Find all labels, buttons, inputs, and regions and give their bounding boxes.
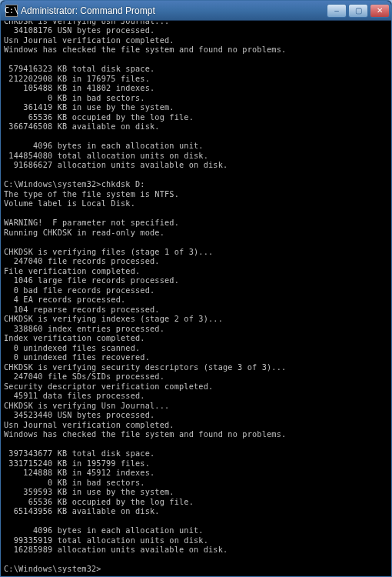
console-line: Windows has checked the file system and …	[4, 430, 391, 440]
console-line: 99335919 total allocation units on disk.	[4, 536, 391, 546]
console-line: 331715240 KB in 195799 files.	[4, 459, 391, 469]
console-line: 4 EA records processed.	[4, 295, 391, 305]
console-line	[4, 517, 391, 527]
console-line: Security descriptor verification complet…	[4, 382, 391, 392]
console-line: Windows has checked the file system and …	[4, 45, 391, 55]
console-line: Running CHKDSK in read-only mode.	[4, 228, 391, 238]
console-line: Index verification completed.	[4, 334, 391, 344]
console-line	[4, 440, 391, 450]
console-line: CHKDSK is verifying Usn Journal...	[4, 21, 391, 26]
maximize-button[interactable]: ▢	[348, 4, 368, 18]
console-line	[4, 209, 391, 219]
console-line: CHKDSK is verifying security descriptors…	[4, 363, 391, 373]
console-line: 0 unindexed files recovered.	[4, 353, 391, 363]
console-line: 338860 index entries processed.	[4, 325, 391, 335]
minimize-button[interactable]: –	[327, 4, 347, 18]
console-line: 91686627 allocation units available on d…	[4, 161, 391, 171]
console-line	[4, 238, 391, 248]
console-output-area[interactable]: Volume label is Vista. WARNING! F parame…	[1, 21, 391, 576]
console-line	[4, 55, 391, 65]
console-line: 65536 KB occupied by the log file.	[4, 498, 391, 508]
console-line: 34108176 USN bytes processed.	[4, 26, 391, 36]
console-line: 359593 KB in use by the system.	[4, 488, 391, 498]
console-line	[4, 171, 391, 181]
console-line: 247040 file SDs/SIDs processed.	[4, 372, 391, 382]
console-line: 247040 file records processed.	[4, 257, 391, 267]
console-line: 0 bad file records processed.	[4, 286, 391, 296]
console-line: 144854080 total allocation units on disk…	[4, 152, 391, 162]
console-line: WARNING! F parameter not specified.	[4, 218, 391, 228]
console-line: Usn Journal verification completed.	[4, 36, 391, 46]
titlebar[interactable]: C:\ Administrator: Command Prompt – ▢ ✕	[1, 1, 391, 21]
console-line: 124888 KB in 45912 indexes.	[4, 469, 391, 479]
console-line: 361419 KB in use by the system.	[4, 103, 391, 113]
console-line: CHKDSK is verifying files (stage 1 of 3)…	[4, 248, 391, 258]
window-controls: – ▢ ✕	[325, 4, 390, 18]
command-prompt-window: C:\ Administrator: Command Prompt – ▢ ✕ …	[0, 0, 392, 577]
console-line: 4096 bytes in each allocation unit.	[4, 142, 391, 152]
console-line: CHKDSK is verifying indexes (stage 2 of …	[4, 315, 391, 325]
console-line: CHKDSK is verifying Usn Journal...	[4, 402, 391, 412]
console-line: C:\Windows\system32>	[4, 565, 391, 575]
console-line	[4, 555, 391, 565]
console-line: 4096 bytes in each allocation unit.	[4, 526, 391, 536]
console-line: 1046 large file records processed.	[4, 276, 391, 286]
console-line: 579416323 KB total disk space.	[4, 65, 391, 75]
console-line: 65536 KB occupied by the log file.	[4, 113, 391, 123]
console-line: Volume label is Local Disk.	[4, 199, 391, 209]
console-line: The type of the file system is NTFS.	[4, 190, 391, 200]
console-line: 65143956 KB available on disk.	[4, 507, 391, 517]
console-line: 104 reparse records processed.	[4, 305, 391, 315]
console-line: Usn Journal verification completed.	[4, 421, 391, 431]
console-line: 34523440 USN bytes processed.	[4, 411, 391, 421]
console-line: 0 KB in bad sectors.	[4, 479, 391, 489]
console-line: 0 KB in bad sectors.	[4, 94, 391, 104]
console-line: 0 unindexed files scanned.	[4, 344, 391, 354]
console-line: 397343677 KB total disk space.	[4, 449, 391, 459]
console-line: File verification completed.	[4, 267, 391, 277]
console-line: C:\Windows\system32>chkdsk D:	[4, 180, 391, 190]
console-line: 212202908 KB in 176975 files.	[4, 75, 391, 85]
cmd-icon: C:\	[5, 5, 18, 17]
console-line: 366746508 KB available on disk.	[4, 122, 391, 132]
console-line: 45911 data files processed.	[4, 392, 391, 402]
window-title: Administrator: Command Prompt	[21, 5, 325, 16]
console-line: 105488 KB in 41802 indexes.	[4, 84, 391, 94]
close-button[interactable]: ✕	[370, 4, 390, 18]
console-line	[4, 132, 391, 142]
console-line: 16285989 allocation units available on d…	[4, 545, 391, 555]
